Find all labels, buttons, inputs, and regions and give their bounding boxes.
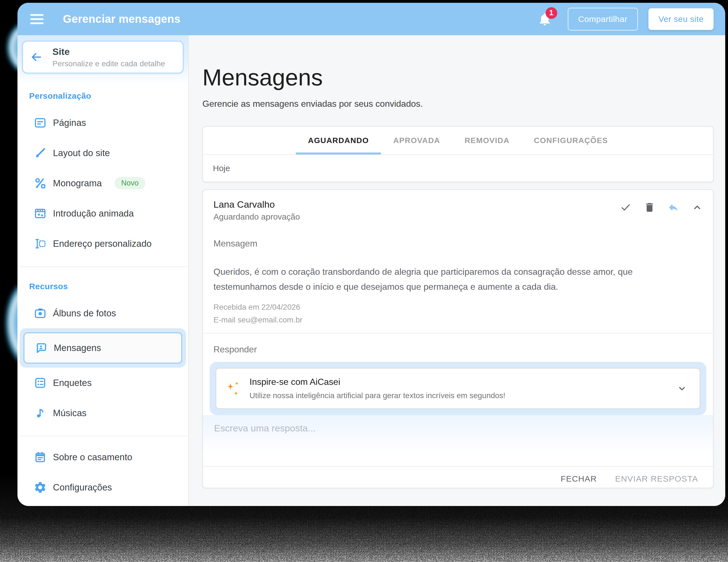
- send-reply-button[interactable]: ENVIAR RESPOSTA: [615, 474, 698, 484]
- message-body: Queridos, é com o coração transbordando …: [213, 264, 696, 294]
- sidebar-item-label: Enquetes: [53, 378, 91, 388]
- tab-aprovada[interactable]: APROVADA: [381, 127, 452, 154]
- message-sender-block: Lana Carvalho Aguardando aprovação: [213, 199, 300, 222]
- notification-count-badge: 1: [546, 7, 557, 19]
- ai-suggestion-glow: Inspire-se com AiCasei Utilize nossa int…: [210, 362, 706, 415]
- message-status: Aguardando aprovação: [213, 212, 300, 222]
- brush-icon: [34, 146, 47, 160]
- sidebar-item-label: Álbuns de fotos: [53, 308, 116, 319]
- sidebar-item-albuns-de-fotos[interactable]: Álbuns de fotos: [17, 298, 188, 328]
- sidebar-header: Site Personalize e edite cada detalhe: [17, 35, 188, 84]
- sidebar-item-label: Músicas: [53, 408, 86, 418]
- message-header: Lana Carvalho Aguardando aprovação: [203, 190, 713, 222]
- message-received-date: Recebida em 22/04/2026: [213, 302, 713, 312]
- sidebar-item-enquetes[interactable]: Enquetes: [17, 368, 188, 398]
- sidebar-item-introducao-animada[interactable]: Introdução animada: [17, 198, 188, 228]
- top-app-bar: Gerenciar mensagens 1 Compartilhar Ver s…: [17, 3, 725, 35]
- gear-icon: [34, 481, 47, 494]
- message-section-label: Mensagem: [213, 238, 713, 249]
- novo-badge: Novo: [114, 177, 145, 189]
- app-window: Gerenciar mensagens 1 Compartilhar Ver s…: [17, 3, 725, 506]
- ai-suggestion-box[interactable]: Inspire-se com AiCasei Utilize nossa int…: [216, 368, 700, 409]
- sidebar-item-endereco-personalizado[interactable]: Endereço personalizado: [17, 228, 188, 259]
- sidebar-item-label: Introdução animada: [53, 208, 134, 219]
- tab-removida[interactable]: REMOVIDA: [452, 127, 522, 154]
- sidebar-item-label: Mensagens: [54, 343, 101, 353]
- section-label-recursos: Recursos: [29, 281, 188, 291]
- back-to-site-card[interactable]: Site Personalize e edite cada detalhe: [22, 41, 184, 73]
- tabs-card: AGUARDANDO APROVADA REMOVIDA CONFIGURAÇÕ…: [202, 126, 714, 182]
- site-card-title: Site: [52, 46, 165, 57]
- sidebar-item-musicas[interactable]: Músicas: [17, 398, 188, 428]
- sidebar: Site Personalize e edite cada detalhe Pe…: [17, 35, 189, 506]
- monogram-icon: [34, 177, 47, 190]
- message-footer: FECHAR ENVIAR RESPOSTA: [203, 467, 713, 488]
- sidebar-item-mensagens-active-glow: Mensagens: [20, 328, 186, 368]
- message-sender: Lana Carvalho: [213, 199, 300, 210]
- reply-section-label: Responder: [213, 344, 713, 355]
- notepad-icon: [34, 451, 47, 464]
- section-label-personalizacao: Personalização: [29, 91, 188, 101]
- menu-icon[interactable]: [30, 14, 44, 24]
- message-contact-icon: [34, 341, 48, 355]
- page-subtitle: Gerencie as mensagens enviadas por seus …: [202, 98, 725, 109]
- music-note-icon: [34, 406, 47, 420]
- sidebar-item-sobre-o-casamento[interactable]: Sobre o casamento: [17, 442, 188, 472]
- clapperboard-icon: [34, 207, 47, 220]
- site-card-text: Site Personalize e edite cada detalhe: [52, 46, 165, 68]
- sidebar-item-label: Páginas: [53, 118, 86, 128]
- notifications-button[interactable]: 1: [537, 12, 552, 27]
- sidebar-item-layout-do-site[interactable]: Layout do site: [17, 138, 188, 168]
- screenshot-canvas: Gerenciar mensagens 1 Compartilhar Ver s…: [0, 0, 728, 562]
- sidebar-item-mensagens[interactable]: Mensagens: [24, 332, 182, 363]
- sidebar-item-monograma[interactable]: Monograma Novo: [17, 168, 188, 198]
- message-email: E-mail seu@email.com.br: [213, 315, 713, 325]
- sparkles-icon: [224, 379, 242, 398]
- message-actions: [620, 202, 703, 222]
- sidebar-item-label: Sobre o casamento: [53, 452, 132, 462]
- share-button[interactable]: Compartilhar: [568, 8, 638, 30]
- reply-input-area: [203, 415, 713, 466]
- sidebar-divider: [17, 266, 188, 267]
- camera-icon: [34, 307, 47, 320]
- sidebar-item-label: Monograma: [53, 178, 102, 189]
- close-button[interactable]: FECHAR: [561, 474, 597, 484]
- approve-check-icon[interactable]: [620, 202, 632, 213]
- sidebar-item-label: Configurações: [53, 482, 112, 493]
- tab-bar: AGUARDANDO APROVADA REMOVIDA CONFIGURAÇÕ…: [203, 127, 713, 155]
- message-card: Lana Carvalho Aguardando aprovação: [202, 189, 714, 488]
- reply-textarea[interactable]: [213, 422, 703, 454]
- sidebar-item-label: Endereço personalizado: [53, 238, 152, 249]
- pages-icon: [34, 116, 47, 129]
- main-content: Mensagens Gerencie as mensagens enviadas…: [189, 35, 725, 506]
- reply-icon[interactable]: [668, 202, 679, 213]
- card-divider: [203, 333, 713, 334]
- sidebar-item-paginas[interactable]: Páginas: [17, 108, 188, 138]
- poll-list-icon: [34, 376, 47, 390]
- collapse-chevron-up-icon[interactable]: [691, 202, 703, 213]
- ai-suggestion-description: Utilize nossa inteligência artificial pa…: [250, 391, 676, 400]
- tab-configuracoes[interactable]: CONFIGURAÇÕES: [522, 127, 620, 154]
- ai-suggestion-title: Inspire-se com AiCasei: [250, 377, 676, 387]
- expand-chevron-down-icon[interactable]: [676, 383, 688, 394]
- tab-aguardando[interactable]: AGUARDANDO: [296, 127, 381, 154]
- text-cursor-icon: [34, 237, 47, 250]
- sidebar-item-configuracoes[interactable]: Configurações: [17, 472, 188, 502]
- page-title: Mensagens: [202, 64, 725, 91]
- site-card-subtitle: Personalize e edite cada detalhe: [52, 59, 165, 68]
- sidebar-item-label: Layout do site: [53, 148, 110, 158]
- view-site-button[interactable]: Ver seu site: [648, 8, 714, 30]
- ai-suggestion-text: Inspire-se com AiCasei Utilize nossa int…: [250, 377, 676, 400]
- app-bar-title: Gerenciar mensagens: [63, 13, 180, 25]
- date-group-header: Hoje: [203, 155, 713, 182]
- delete-trash-icon[interactable]: [644, 202, 655, 213]
- arrow-back-icon[interactable]: [30, 51, 42, 63]
